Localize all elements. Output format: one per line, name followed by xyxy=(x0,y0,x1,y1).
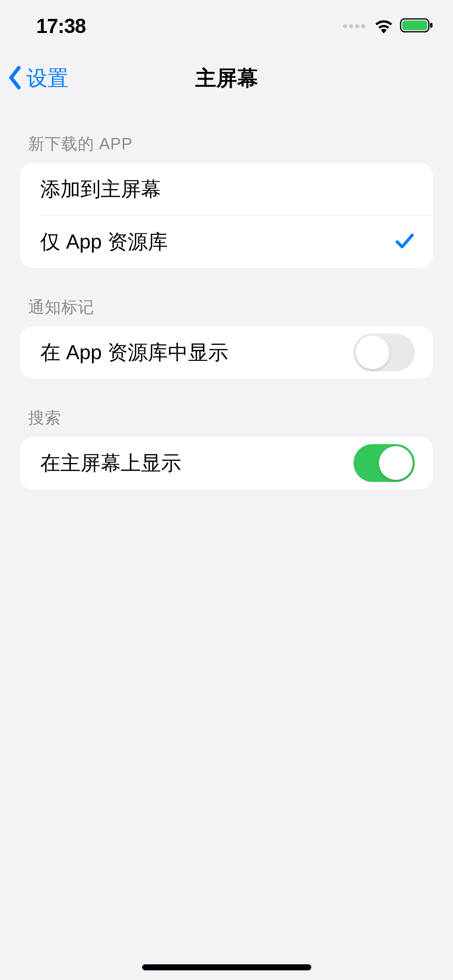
battery-icon xyxy=(400,17,433,35)
status-indicators xyxy=(343,17,433,35)
toggle-show-in-library[interactable] xyxy=(354,334,415,371)
option-app-library-only[interactable]: 仅 App 资源库 xyxy=(20,216,433,268)
row-show-on-home: 在主屏幕上显示 xyxy=(20,437,433,489)
nav-bar: 设置 主屏幕 xyxy=(0,52,453,105)
row-show-in-library: 在 App 资源库中显示 xyxy=(20,326,433,379)
wifi-icon xyxy=(374,17,394,35)
svg-rect-1 xyxy=(402,21,427,30)
home-indicator[interactable] xyxy=(142,964,311,970)
back-label: 设置 xyxy=(27,64,68,93)
chevron-left-icon xyxy=(7,66,23,91)
back-button[interactable]: 设置 xyxy=(7,64,68,93)
option-add-to-home[interactable]: 添加到主屏幕 xyxy=(20,163,433,215)
status-bar: 17:38 xyxy=(0,0,453,52)
section-header-badges: 通知标记 xyxy=(20,268,433,326)
option-label: 仅 App 资源库 xyxy=(40,229,168,255)
section-header-search: 搜索 xyxy=(20,379,433,437)
section-header-new-apps: 新下载的 APP xyxy=(20,105,433,163)
group-badges: 在 App 资源库中显示 xyxy=(20,326,433,379)
group-new-apps: 添加到主屏幕 仅 App 资源库 xyxy=(20,163,433,268)
svg-rect-2 xyxy=(430,23,432,28)
cellular-dots-icon xyxy=(343,24,365,28)
row-label: 在主屏幕上显示 xyxy=(40,450,181,477)
page-title: 主屏幕 xyxy=(195,64,258,93)
option-label: 添加到主屏幕 xyxy=(40,176,161,203)
status-time: 17:38 xyxy=(36,14,86,38)
checkmark-icon xyxy=(395,231,415,253)
group-search: 在主屏幕上显示 xyxy=(20,437,433,489)
row-label: 在 App 资源库中显示 xyxy=(40,339,228,366)
toggle-show-on-home[interactable] xyxy=(354,444,415,482)
